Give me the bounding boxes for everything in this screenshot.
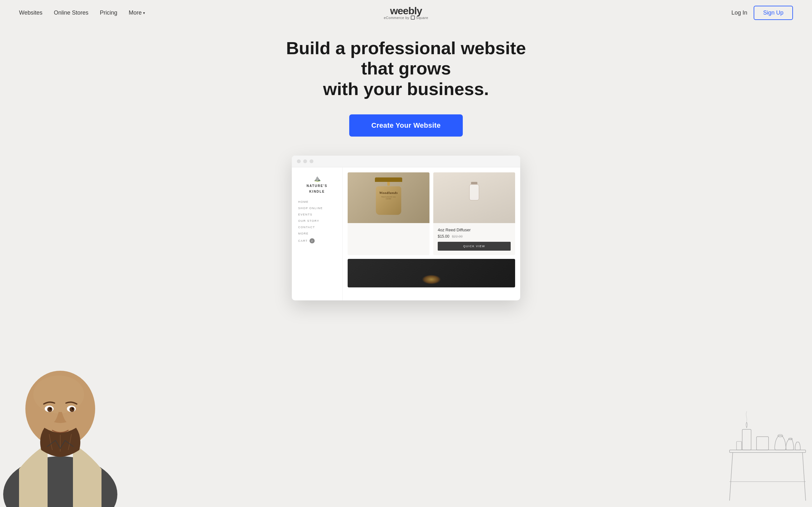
svg-rect-21 <box>737 441 742 450</box>
logo-wordmark: weebly <box>384 6 428 16</box>
store-nav-events[interactable]: EVENTS <box>298 213 336 216</box>
nav-right-actions: Log In Sign Up <box>731 6 793 20</box>
square-icon <box>411 15 415 20</box>
browser-mockup: ⛰️ NATURE'S KINDLE HOME SHOP ONLINE EVEN… <box>292 156 520 300</box>
price-original: $22.00 <box>452 234 463 238</box>
candle-glow-effect <box>422 275 441 284</box>
main-nav: Websites Online Stores Pricing More ▾ we… <box>0 0 812 25</box>
product-card-bottom <box>348 259 515 287</box>
store-nav-contact[interactable]: CONTACT <box>298 226 336 229</box>
nav-pricing[interactable]: Pricing <box>100 9 117 16</box>
store-nav-cart[interactable]: CART 2 <box>298 238 336 243</box>
nav-links-left: Websites Online Stores Pricing More ▾ <box>19 9 145 16</box>
quick-view-button[interactable]: QUICK VIEW <box>438 242 511 250</box>
product-name-label: 4oz Reed Diffuser <box>438 228 511 232</box>
product-candle-image: Woodlands Hand poured soy candle <box>348 172 429 223</box>
store-nav-story[interactable]: OUR STORY <box>298 219 336 222</box>
store-sidebar: ⛰️ NATURE'S KINDLE HOME SHOP ONLINE EVEN… <box>292 167 343 300</box>
svg-line-17 <box>803 452 806 501</box>
store-nav-home[interactable]: HOME <box>298 200 336 204</box>
product-card-candle: Woodlands Hand poured soy candle <box>348 172 429 255</box>
product-diffuser-image <box>433 172 515 223</box>
store-nav-shop[interactable]: SHOP ONLINE <box>298 207 336 210</box>
hero-headline: Build a professional website that grows … <box>270 38 542 99</box>
svg-rect-11 <box>469 184 479 200</box>
store-name-label: NATURE'S KINDLE <box>307 184 328 193</box>
svg-line-16 <box>729 452 733 501</box>
cart-count-badge: 2 <box>310 238 315 243</box>
login-link[interactable]: Log In <box>731 9 747 16</box>
weebly-logo[interactable]: weebly eCommerce by Square <box>384 6 428 20</box>
hero-person-image <box>0 311 120 507</box>
chevron-down-icon: ▾ <box>143 11 145 15</box>
logo-subtext: eCommerce by Square <box>384 16 428 20</box>
svg-point-9 <box>72 408 73 410</box>
svg-rect-15 <box>729 450 806 452</box>
svg-rect-20 <box>757 437 768 450</box>
browser-content-area: ⛰️ NATURE'S KINDLE HOME SHOP ONLINE EVEN… <box>292 167 520 300</box>
store-nav-more[interactable]: MORE <box>298 232 336 235</box>
product-prices: $15.00 $22.00 <box>438 234 511 239</box>
nav-more[interactable]: More ▾ <box>129 9 145 16</box>
store-logo-icon: ⛰️ <box>298 175 336 182</box>
svg-rect-10 <box>471 182 477 184</box>
right-illustration <box>723 380 812 507</box>
price-current: $15.00 <box>438 234 450 239</box>
browser-dot-yellow <box>303 159 307 163</box>
signup-button[interactable]: Sign Up <box>754 6 793 20</box>
product-info-diffuser: 4oz Reed Diffuser $15.00 $22.00 QUICK VI… <box>433 223 515 255</box>
nav-online-stores[interactable]: Online Stores <box>54 9 89 16</box>
svg-rect-19 <box>742 429 751 450</box>
nav-websites[interactable]: Websites <box>19 9 43 16</box>
store-products-grid: Woodlands Hand poured soy candle <box>343 167 520 300</box>
store-logo-area: ⛰️ NATURE'S KINDLE <box>298 175 336 194</box>
browser-dot-green <box>310 159 313 163</box>
svg-point-3 <box>33 376 84 413</box>
product-card-diffuser: 4oz Reed Diffuser $15.00 $22.00 QUICK VI… <box>433 172 515 255</box>
svg-point-8 <box>49 408 51 410</box>
hero-section: Build a professional website that grows … <box>0 25 812 507</box>
browser-dot-red <box>297 159 301 163</box>
create-website-button[interactable]: Create Your Website <box>349 114 463 136</box>
browser-chrome-bar <box>292 156 520 167</box>
